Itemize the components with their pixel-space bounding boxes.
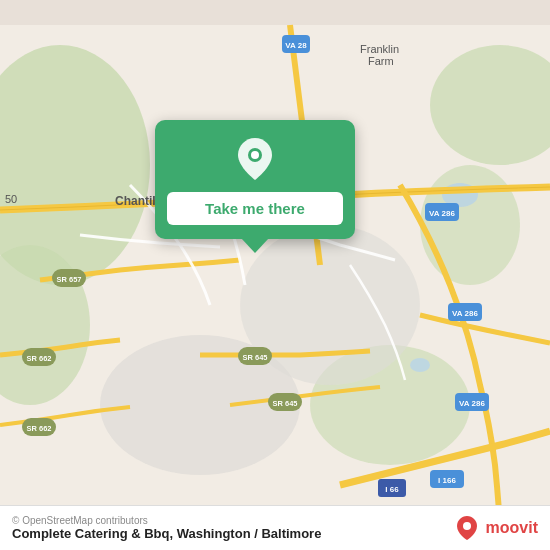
svg-text:I 66: I 66 — [385, 485, 399, 494]
svg-text:SR 645: SR 645 — [242, 353, 267, 362]
svg-text:SR 645: SR 645 — [272, 399, 297, 408]
svg-point-38 — [463, 522, 471, 530]
take-me-there-button[interactable]: Take me there — [167, 192, 343, 225]
svg-point-9 — [410, 358, 430, 372]
svg-text:SR 662: SR 662 — [26, 424, 51, 433]
svg-text:Franklin: Franklin — [360, 43, 399, 55]
svg-text:I 166: I 166 — [438, 476, 456, 485]
svg-text:VA 28: VA 28 — [285, 41, 307, 50]
moovit-brand-text: moovit — [486, 519, 538, 537]
popup-card: Take me there — [155, 120, 355, 239]
bottom-info: © OpenStreetMap contributors Complete Ca… — [12, 515, 321, 541]
place-name: Complete Catering & Bbq, Washington / Ba… — [12, 526, 321, 541]
svg-text:VA 286: VA 286 — [459, 399, 485, 408]
svg-text:VA 286: VA 286 — [452, 309, 478, 318]
map-svg: VA 28 VA 286 VA 286 VA 286 SR 657 SR 662… — [0, 0, 550, 550]
moovit-brand-icon — [453, 514, 481, 542]
bottom-bar: © OpenStreetMap contributors Complete Ca… — [0, 505, 550, 550]
map-container: VA 28 VA 286 VA 286 VA 286 SR 657 SR 662… — [0, 0, 550, 550]
svg-text:SR 657: SR 657 — [56, 275, 81, 284]
svg-text:SR 662: SR 662 — [26, 354, 51, 363]
svg-point-4 — [420, 165, 520, 285]
location-pin-icon — [232, 136, 278, 182]
svg-text:50: 50 — [5, 193, 17, 205]
svg-text:VA 286: VA 286 — [429, 209, 455, 218]
svg-point-37 — [251, 151, 259, 159]
svg-text:Farm: Farm — [368, 55, 394, 67]
map-attribution: © OpenStreetMap contributors — [12, 515, 321, 526]
moovit-logo: moovit — [453, 514, 538, 542]
